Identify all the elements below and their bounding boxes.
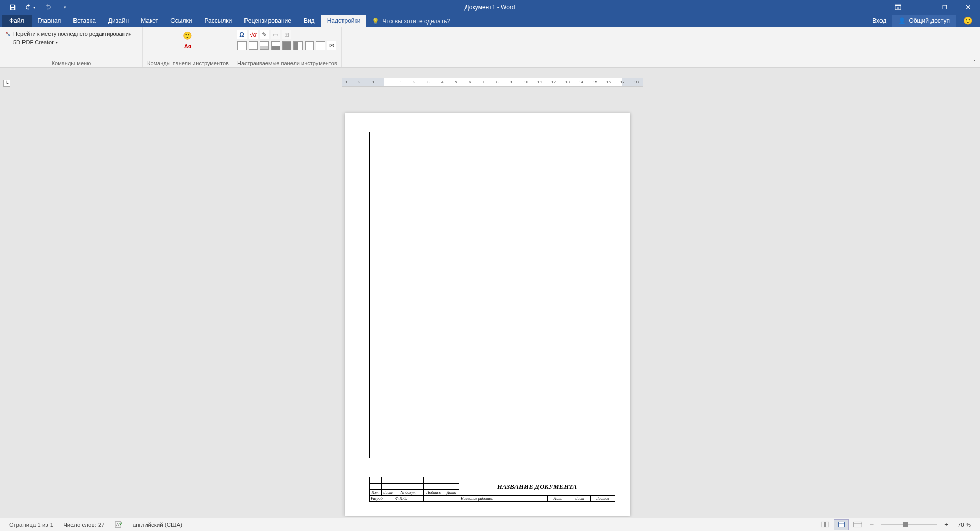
share-button[interactable]: 👤 Общий доступ bbox=[892, 15, 956, 27]
quick-access-toolbar: ▾ ▾ bbox=[0, 1, 71, 13]
tab-view[interactable]: Вид bbox=[298, 15, 321, 27]
highlight-icon[interactable]: ✎ bbox=[260, 30, 269, 39]
pdf-creator-button[interactable]: 5D PDF Creator ▾ bbox=[4, 38, 138, 46]
status-language[interactable]: английский (США) bbox=[128, 522, 187, 528]
person-icon: 👤 bbox=[898, 17, 906, 24]
ribbon-display-options-button[interactable] bbox=[886, 0, 910, 14]
frame-btn-7[interactable] bbox=[305, 41, 314, 50]
group-label: Команды панели инструментов bbox=[147, 59, 229, 66]
tb-fio: Ф.И.О. bbox=[394, 496, 424, 502]
qat-customize[interactable]: ▾ bbox=[58, 1, 71, 13]
tab-review[interactable]: Рецензирование bbox=[238, 15, 298, 27]
tell-me[interactable]: 💡 Что вы хотите сделать? bbox=[366, 16, 455, 27]
pdf-label: 5D PDF Creator bbox=[4, 39, 54, 45]
frame-btn-1[interactable] bbox=[237, 41, 247, 50]
tab-selector[interactable]: └ bbox=[3, 80, 10, 87]
svg-rect-5 bbox=[821, 522, 825, 527]
zoom-out-button[interactable]: − bbox=[866, 520, 877, 529]
signin-button[interactable]: Вход bbox=[866, 15, 892, 27]
omega-icon[interactable]: Ω bbox=[237, 30, 247, 39]
zoom-level[interactable]: 70 % bbox=[952, 522, 976, 528]
tab-design[interactable]: Дизайн bbox=[102, 15, 135, 27]
group-label: Команды меню bbox=[4, 59, 138, 66]
zoom-slider[interactable] bbox=[881, 524, 937, 525]
tab-home[interactable]: Главная bbox=[32, 15, 67, 27]
tb-ndoc: № докум. bbox=[394, 490, 424, 496]
abc-icon[interactable]: Ая bbox=[184, 43, 191, 49]
frame-icon[interactable]: ▭ bbox=[271, 30, 280, 39]
frame-btn-6[interactable] bbox=[293, 41, 303, 50]
svg-rect-7 bbox=[838, 522, 844, 527]
tab-mailings[interactable]: Рассылки bbox=[198, 15, 238, 27]
title-bar: ▾ ▾ Документ1 - Word — ❐ ✕ bbox=[0, 0, 980, 14]
tb-list: Лист bbox=[382, 490, 394, 496]
collapse-ribbon-button[interactable]: ˄ bbox=[973, 60, 976, 65]
goto-icon bbox=[4, 30, 11, 37]
mail-icon[interactable]: ✉ bbox=[327, 41, 336, 50]
status-proofing[interactable] bbox=[110, 521, 128, 528]
frame-btn-5[interactable] bbox=[282, 41, 291, 50]
window-title: Документ1 - Word bbox=[464, 4, 515, 11]
text-cursor bbox=[383, 139, 383, 146]
svg-rect-6 bbox=[825, 522, 829, 527]
frame-btn-2[interactable] bbox=[249, 41, 258, 50]
close-button[interactable]: ✕ bbox=[957, 0, 980, 14]
tab-layout[interactable]: Макет bbox=[135, 15, 164, 27]
tab-addins[interactable]: Надстройки bbox=[321, 15, 367, 27]
save-button[interactable] bbox=[6, 1, 19, 13]
goto-label: Перейти к месту последнего редактировани… bbox=[13, 31, 132, 37]
share-label: Общий доступ bbox=[909, 17, 950, 24]
status-bar: Страница 1 из 1 Число слов: 27 английски… bbox=[0, 518, 980, 531]
svg-rect-9 bbox=[854, 522, 862, 527]
doc-name: НАЗВАНИЕ ДОКУМЕНТА bbox=[459, 477, 615, 496]
group-menu-commands: Перейти к месту последнего редактировани… bbox=[0, 27, 143, 67]
tab-file[interactable]: Файл bbox=[2, 15, 32, 27]
window-controls: — ❐ ✕ bbox=[886, 0, 980, 14]
title-block: НАЗВАНИЕ ДОКУМЕНТА Изм. Лист № докум. По… bbox=[369, 477, 615, 502]
group-custom-toolbars: Ω √α ✎ ▭ ⊞ ✉ Настраиваемые панели инстру… bbox=[233, 27, 342, 67]
tab-references[interactable]: Ссылки bbox=[164, 15, 198, 27]
tb-list2: Лист bbox=[569, 496, 591, 502]
drawing-frame bbox=[369, 132, 615, 458]
tab-insert[interactable]: Вставка bbox=[67, 15, 102, 27]
tb-razrab: Разраб. bbox=[370, 496, 394, 502]
view-print-button[interactable] bbox=[834, 519, 849, 530]
status-page[interactable]: Страница 1 из 1 bbox=[4, 522, 58, 528]
status-words[interactable]: Число слов: 27 bbox=[58, 522, 110, 528]
redo-button[interactable] bbox=[41, 1, 54, 13]
dropdown-icon: ▾ bbox=[56, 40, 58, 45]
minimize-button[interactable]: — bbox=[910, 0, 933, 14]
view-web-button[interactable] bbox=[850, 519, 865, 530]
ribbon-tabs: Файл Главная Вставка Дизайн Макет Ссылки… bbox=[0, 14, 980, 27]
lightbulb-icon: 💡 bbox=[372, 18, 379, 25]
feedback-smile-icon[interactable]: 🙂 bbox=[956, 16, 980, 26]
horizontal-ruler[interactable]: 321123456789101112131415161718 bbox=[342, 78, 643, 87]
tb-izm: Изм. bbox=[370, 490, 382, 496]
document-area[interactable]: НАЗВАНИЕ ДОКУМЕНТА Изм. Лист № докум. По… bbox=[0, 88, 980, 517]
group-label: Настраиваемые панели инструментов bbox=[237, 59, 337, 66]
frame-btn-3[interactable] bbox=[260, 41, 269, 50]
tb-listov: Листов bbox=[591, 496, 615, 502]
smile-icon[interactable]: 🙂 bbox=[183, 31, 192, 40]
page[interactable]: НАЗВАНИЕ ДОКУМЕНТА Изм. Лист № докум. По… bbox=[345, 113, 630, 516]
sqrt-icon[interactable]: √α bbox=[249, 30, 258, 39]
goto-last-edit-button[interactable]: Перейти к месту последнего редактировани… bbox=[4, 29, 138, 38]
tb-lit: Лит. bbox=[548, 496, 569, 502]
frame-btn-8[interactable] bbox=[316, 41, 325, 50]
tb-date: Дата bbox=[444, 490, 459, 496]
view-read-button[interactable] bbox=[817, 519, 832, 530]
tb-work: Название работы: bbox=[459, 496, 548, 502]
maximize-button[interactable]: ❐ bbox=[933, 0, 957, 14]
frame-btn-4[interactable] bbox=[271, 41, 280, 50]
tell-me-placeholder: Что вы хотите сделать? bbox=[382, 18, 450, 25]
tb-sign: Подпись bbox=[424, 490, 444, 496]
svg-rect-1 bbox=[895, 5, 900, 6]
zoom-in-button[interactable]: + bbox=[941, 521, 951, 528]
ribbon: Перейти к месту последнего редактировани… bbox=[0, 27, 980, 68]
undo-button[interactable]: ▾ bbox=[23, 1, 37, 13]
grid-icon[interactable]: ⊞ bbox=[282, 30, 291, 39]
group-toolbar-commands: 🙂 Ая Команды панели инструментов bbox=[143, 27, 233, 67]
